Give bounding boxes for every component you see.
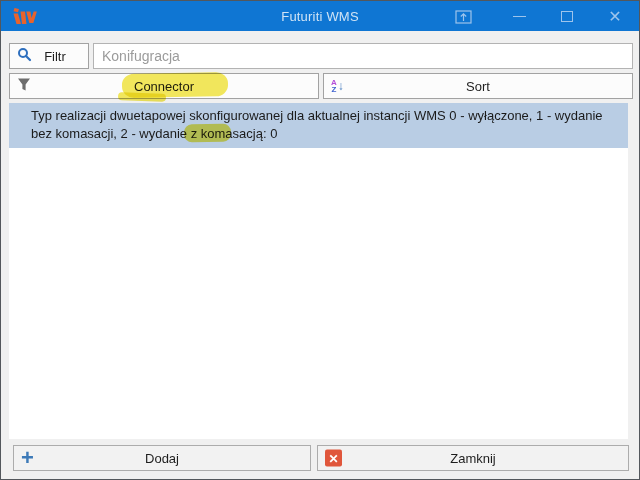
maximize-button[interactable] bbox=[551, 1, 583, 31]
bring-to-front-button[interactable] bbox=[447, 1, 479, 31]
sort-az-icon: A Z ↓ bbox=[331, 79, 344, 93]
list-item-selected[interactable]: Typ realizacji dwuetapowej skonfigurowan… bbox=[9, 103, 628, 148]
filter-button[interactable]: Filtr bbox=[9, 43, 89, 69]
close-dialog-button-label: Zamknij bbox=[450, 451, 496, 466]
search-input[interactable] bbox=[93, 43, 633, 69]
window-title: Futuriti WMS bbox=[1, 1, 639, 31]
close-icon: ✕ bbox=[608, 7, 621, 26]
client-area: Filtr Connector A Z ↓ Sort Typ r bbox=[1, 31, 639, 479]
sort-button-label: Sort bbox=[466, 79, 490, 94]
minimize-button[interactable] bbox=[503, 1, 535, 31]
red-x-icon: ✕ bbox=[325, 450, 342, 467]
add-button-label: Dodaj bbox=[145, 451, 179, 466]
add-button[interactable]: + Dodaj bbox=[13, 445, 311, 471]
app-window: Futuriti WMS ✕ Filtr bbox=[0, 0, 640, 480]
maximize-icon bbox=[561, 11, 573, 22]
minimize-icon bbox=[513, 16, 526, 17]
connector-button-label: Connector bbox=[134, 79, 194, 94]
settings-list: Typ realizacji dwuetapowej skonfigurowan… bbox=[9, 103, 628, 439]
funnel-filter-icon bbox=[17, 78, 31, 95]
sort-button[interactable]: A Z ↓ Sort bbox=[323, 73, 633, 99]
close-button[interactable]: ✕ bbox=[599, 1, 631, 31]
close-dialog-button[interactable]: ✕ Zamknij bbox=[317, 445, 629, 471]
filter-button-label: Filtr bbox=[44, 49, 66, 64]
plus-icon: + bbox=[21, 449, 34, 467]
connector-button[interactable]: Connector bbox=[9, 73, 319, 99]
search-icon bbox=[17, 47, 32, 65]
titlebar[interactable]: Futuriti WMS ✕ bbox=[1, 1, 639, 31]
